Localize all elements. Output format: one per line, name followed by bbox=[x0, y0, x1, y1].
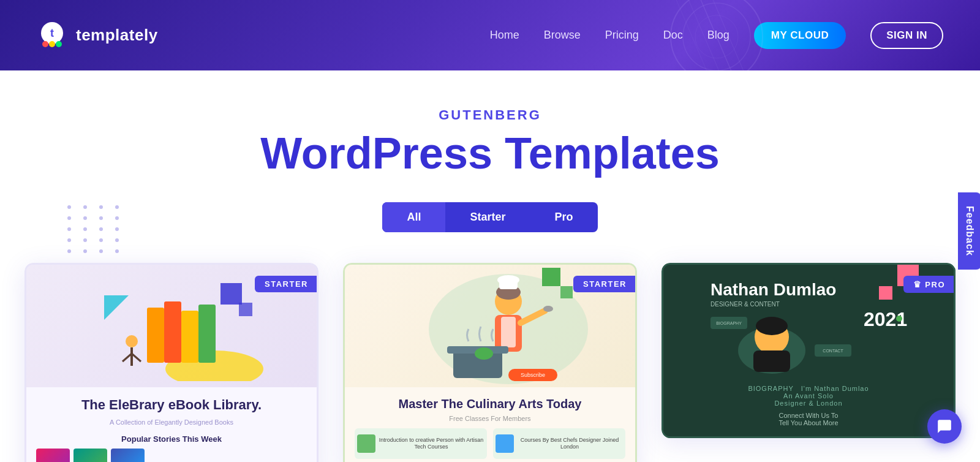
card-1-body: The EleBrary eBook Library. A Collection… bbox=[26, 387, 317, 462]
template-card-2[interactable]: Subscribe STARTER Master The Culinary Ar… bbox=[343, 263, 637, 462]
svg-text:DESIGNER & CONTENT: DESIGNER & CONTENT bbox=[710, 301, 780, 308]
svg-text:CONTACT: CONTACT bbox=[823, 349, 843, 353]
book-thumb-1: 1892 bbox=[36, 449, 70, 462]
card-1-desc: A Collection of Elegantly Designed Books bbox=[36, 418, 307, 426]
card-2-badge: STARTER bbox=[573, 276, 636, 292]
card-1-section: Popular Stories This Week bbox=[36, 434, 307, 444]
svg-rect-19 bbox=[198, 305, 216, 363]
svg-point-20 bbox=[126, 335, 138, 347]
card-3-body: BIOGRAPHY I'm Nathan DumlaoAn Avant Solo… bbox=[663, 375, 954, 436]
card-3-labels: BIOGRAPHY I'm Nathan DumlaoAn Avant Solo… bbox=[673, 385, 944, 407]
nav-browse[interactable]: Browse bbox=[544, 29, 581, 42]
svg-rect-13 bbox=[221, 283, 242, 305]
svg-text:Nathan Dumlao: Nathan Dumlao bbox=[710, 280, 836, 299]
card-2-course-2: Courses By Best Chefs Designer Joined Lo… bbox=[493, 428, 625, 461]
nav-home[interactable]: Home bbox=[490, 29, 519, 42]
feedback-tab[interactable]: Feedback bbox=[958, 192, 980, 270]
svg-point-37 bbox=[475, 347, 493, 360]
hero-subtitle: GUTENBERG bbox=[12, 107, 968, 123]
svg-text:t: t bbox=[50, 27, 54, 39]
svg-line-23 bbox=[132, 354, 141, 362]
header: t templately Home Browse Pricing Doc Blo… bbox=[0, 0, 980, 70]
svg-point-9 bbox=[42, 41, 48, 47]
header-decoration bbox=[649, 0, 784, 70]
filter-pro[interactable]: Pro bbox=[530, 202, 598, 232]
template-card-3[interactable]: Nathan Dumlao DESIGNER & CONTENT 2021 bbox=[662, 263, 956, 438]
book-thumb-3 bbox=[111, 449, 145, 462]
card-2-course-1: Introduction to creative Person with Art… bbox=[355, 428, 487, 461]
svg-marker-15 bbox=[104, 295, 129, 320]
chat-bubble[interactable] bbox=[927, 409, 962, 444]
card-2-courses: Introduction to creative Person with Art… bbox=[355, 428, 625, 461]
filter-starter[interactable]: Starter bbox=[445, 202, 530, 232]
cards-row: STARTER The EleBrary eBook Library. A Co… bbox=[12, 263, 968, 462]
svg-point-46 bbox=[896, 316, 902, 322]
svg-line-22 bbox=[123, 354, 132, 362]
svg-point-11 bbox=[56, 41, 62, 47]
logo[interactable]: t templately bbox=[37, 20, 158, 51]
card-2-title: Master The Culinary Arts Today bbox=[355, 397, 625, 411]
logo-icon: t bbox=[37, 20, 69, 51]
svg-rect-32 bbox=[501, 317, 516, 347]
hero-section: GUTENBERG WordPress Templates All Starte… bbox=[0, 70, 980, 462]
hero-title: WordPress Templates bbox=[12, 129, 968, 178]
card-1-title: The EleBrary eBook Library. bbox=[36, 397, 307, 413]
svg-point-10 bbox=[49, 41, 55, 47]
card-2-body: Master The Culinary Arts Today Free Clas… bbox=[345, 387, 635, 462]
svg-point-34 bbox=[543, 306, 553, 312]
dot-grid-decoration bbox=[67, 205, 124, 253]
card-3-badge: ♛ PRO bbox=[903, 276, 955, 293]
svg-rect-26 bbox=[560, 286, 573, 298]
logo-text: templately bbox=[76, 26, 158, 45]
template-card-1[interactable]: STARTER The EleBrary eBook Library. A Co… bbox=[24, 263, 318, 462]
svg-point-30 bbox=[497, 275, 519, 285]
svg-rect-14 bbox=[239, 303, 252, 316]
svg-rect-18 bbox=[181, 311, 198, 363]
svg-point-0 bbox=[671, 0, 763, 70]
nav-pricing[interactable]: Pricing bbox=[605, 29, 639, 42]
svg-rect-16 bbox=[147, 308, 164, 363]
svg-text:BIOGRAPHY: BIOGRAPHY bbox=[716, 321, 742, 325]
sign-in-button[interactable]: SIGN IN bbox=[870, 22, 943, 49]
svg-rect-42 bbox=[879, 286, 892, 300]
card-3-extra: Connect With Us ToTell You About More bbox=[673, 412, 944, 426]
card-1-books-row: 1892 bbox=[36, 449, 307, 462]
svg-rect-50 bbox=[753, 350, 790, 372]
card-2-desc: Free Classes For Members bbox=[355, 415, 625, 422]
svg-point-49 bbox=[756, 317, 788, 335]
svg-text:Subscribe: Subscribe bbox=[521, 372, 545, 378]
svg-rect-17 bbox=[164, 301, 181, 363]
book-thumb-2 bbox=[74, 449, 107, 462]
card-1-badge: STARTER bbox=[255, 276, 318, 292]
filter-bar: All Starter Pro bbox=[382, 202, 597, 232]
filter-all[interactable]: All bbox=[382, 202, 445, 232]
svg-rect-25 bbox=[542, 268, 560, 286]
